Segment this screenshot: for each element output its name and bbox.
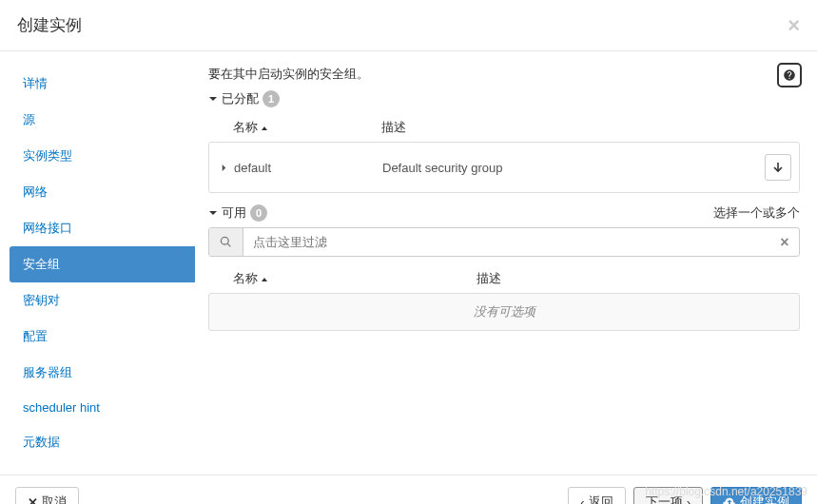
help-button[interactable] <box>777 63 802 87</box>
expand-chevron[interactable] <box>213 164 234 172</box>
chevron-down-icon <box>208 92 218 107</box>
filter-clear-button[interactable]: × <box>770 228 799 256</box>
filter-box: × <box>208 227 800 257</box>
close-icon[interactable]: × <box>788 15 800 36</box>
col-name-header[interactable]: 名称 <box>233 270 477 287</box>
sidebar-item-keypair[interactable]: 密钥对 <box>10 282 195 319</box>
next-button[interactable]: 下一项 › <box>633 487 703 504</box>
available-header[interactable]: 可用 0 选择一个或多个 <box>208 204 800 222</box>
item-name: default <box>234 161 382 175</box>
chevron-left-icon: ‹ <box>580 495 584 505</box>
sidebar-item-server-groups[interactable]: 服务器组 <box>10 355 195 391</box>
description-text: 要在其中启动实例的安全组。 <box>208 66 800 83</box>
launch-button[interactable]: 创建实例 <box>710 487 802 504</box>
sidebar-item-scheduler-hint[interactable]: scheduler hint <box>10 391 195 424</box>
back-button[interactable]: ‹ 返回 <box>568 487 625 504</box>
modal-footer: ✕ 取消 ‹ 返回 下一项 › 创建实例 <box>0 475 817 504</box>
allocated-count-badge: 1 <box>263 90 280 107</box>
sidebar-item-configuration[interactable]: 配置 <box>10 319 195 355</box>
col-desc-header[interactable]: 描述 <box>381 119 800 136</box>
available-columns: 名称 描述 <box>208 264 800 293</box>
chevron-right-icon: › <box>687 495 691 505</box>
allocated-header[interactable]: 已分配 1 <box>208 90 800 107</box>
filter-input[interactable] <box>243 228 770 256</box>
cancel-button[interactable]: ✕ 取消 <box>15 487 79 504</box>
x-icon: ✕ <box>28 495 38 505</box>
search-icon <box>220 236 232 248</box>
chevron-right-icon <box>220 164 228 172</box>
sidebar-item-networks[interactable]: 网络 <box>10 174 195 210</box>
sidebar-item-flavor[interactable]: 实例类型 <box>10 138 195 174</box>
modal-title: 创建实例 <box>17 14 82 36</box>
available-label: 可用 <box>222 204 246 222</box>
allocated-label: 已分配 <box>222 90 259 107</box>
sidebar-item-network-ports[interactable]: 网络接口 <box>10 210 195 246</box>
col-name-header[interactable]: 名称 <box>233 119 381 136</box>
sort-caret-icon <box>261 121 268 135</box>
sidebar-item-details[interactable]: 详情 <box>10 66 195 102</box>
chevron-down-icon <box>208 206 218 221</box>
sidebar-item-metadata[interactable]: 元数据 <box>10 424 195 460</box>
select-hint: 选择一个或多个 <box>713 204 800 222</box>
cloud-upload-icon <box>723 495 736 504</box>
search-icon-box <box>209 228 243 256</box>
allocated-item-row: default Default security group <box>208 142 800 193</box>
sidebar: 详情 源 实例类型 网络 网络接口 安全组 密钥对 配置 服务器组 schedu… <box>0 51 195 475</box>
sidebar-item-source[interactable]: 源 <box>10 102 195 138</box>
allocated-columns: 名称 描述 <box>208 113 800 142</box>
content-panel: 要在其中启动实例的安全组。 已分配 1 名称 描述 default Defaul… <box>195 51 817 475</box>
available-empty: 没有可选项 <box>208 293 800 331</box>
sidebar-item-security-groups[interactable]: 安全组 <box>10 246 195 282</box>
col-desc-header[interactable]: 描述 <box>477 270 800 287</box>
help-icon <box>783 68 796 82</box>
move-down-button[interactable] <box>765 154 791 181</box>
sort-caret-icon <box>261 272 268 286</box>
arrow-down-icon <box>772 162 784 173</box>
item-desc: Default security group <box>382 161 765 175</box>
available-count-badge: 0 <box>250 204 267 222</box>
